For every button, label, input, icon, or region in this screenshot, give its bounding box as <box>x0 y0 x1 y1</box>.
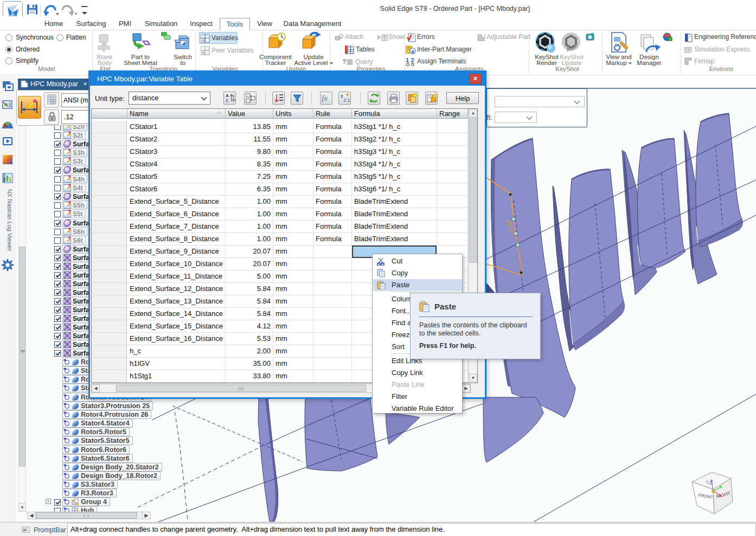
svg-text:se: se <box>23 528 27 532</box>
svg-text:1 2: 1 2 <box>406 57 414 63</box>
svg-text:A: A <box>226 93 229 98</box>
svg-text:Z: Z <box>226 98 228 103</box>
svg-text:12: 12 <box>202 38 206 42</box>
svg-text:fx: fx <box>322 94 328 102</box>
svg-text:2:1: 2:1 <box>343 98 350 103</box>
